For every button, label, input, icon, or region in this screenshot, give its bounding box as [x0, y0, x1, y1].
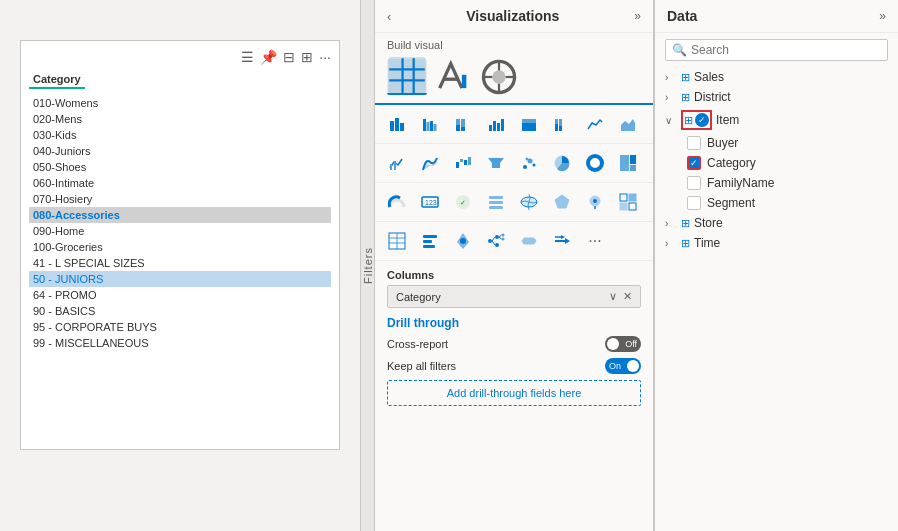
keep-filters-toggle[interactable]: On	[605, 358, 641, 374]
svg-rect-51	[630, 165, 636, 171]
columns-label: Columns	[375, 261, 653, 285]
viz-100-column[interactable]	[548, 111, 576, 137]
svg-point-62	[593, 199, 597, 203]
viz-smart-narrative[interactable]	[515, 228, 543, 254]
svg-line-81	[492, 237, 495, 241]
tree-child-buyer[interactable]: Buyer	[655, 133, 898, 153]
search-icon: 🔍	[672, 43, 687, 57]
search-input[interactable]	[691, 43, 881, 57]
svg-rect-14	[395, 118, 399, 131]
viz-line-clustered[interactable]	[383, 150, 411, 176]
tree-item-sales[interactable]: › ⊞ Sales	[655, 67, 898, 87]
table-icon: ⊞	[681, 71, 690, 84]
viz-panel-collapse[interactable]: ‹	[387, 9, 391, 24]
category-item[interactable]: 99 - MISCELLANEOUS	[29, 335, 331, 351]
viz-kpi[interactable]: ✓	[449, 189, 477, 215]
filter-icon[interactable]: ⊟	[283, 49, 295, 65]
columns-remove[interactable]: ✕	[623, 290, 632, 303]
svg-point-45	[526, 158, 529, 161]
viz-panel-chevron[interactable]: »	[634, 9, 641, 23]
tree-item-time[interactable]: › ⊞ Time	[655, 233, 898, 253]
viz-bar-chart[interactable]	[416, 228, 444, 254]
category-item[interactable]: 080-Accessories	[29, 207, 331, 223]
category-item[interactable]: 010-Womens	[29, 95, 331, 111]
svg-rect-39	[464, 160, 467, 165]
viz-100-bar[interactable]	[449, 111, 477, 137]
viz-ribbon[interactable]	[416, 150, 444, 176]
svg-point-78	[495, 243, 499, 247]
viz-clustered-bar[interactable]	[416, 111, 444, 137]
svg-rect-19	[434, 124, 437, 131]
svg-rect-64	[620, 194, 627, 201]
tree-item-store[interactable]: › ⊞ Store	[655, 213, 898, 233]
viz-waterfall[interactable]	[449, 150, 477, 176]
add-drill-btn[interactable]: Add drill-through fields here	[387, 380, 641, 406]
viz-scatter[interactable]	[515, 150, 543, 176]
category-item[interactable]: 060-Intimate	[29, 175, 331, 191]
viz-column[interactable]	[482, 111, 510, 137]
viz-card[interactable]: 123	[416, 189, 444, 215]
data-panel-header: Data »	[655, 0, 898, 33]
svg-rect-16	[423, 119, 426, 131]
cross-report-toggle[interactable]: Off	[605, 336, 641, 352]
viz-decomp-tree[interactable]	[482, 228, 510, 254]
tree-child-segment[interactable]: Segment	[655, 193, 898, 213]
viz-icon-table[interactable]	[387, 59, 427, 95]
category-item[interactable]: 100-Groceries	[29, 239, 331, 255]
category-item[interactable]: 070-Hosiery	[29, 191, 331, 207]
keep-filters-knob	[627, 360, 639, 372]
tree-child-category[interactable]: ✓ Category	[655, 153, 898, 173]
tree-item-district[interactable]: › ⊞ District	[655, 87, 898, 107]
keep-filters-row: Keep all filters On	[387, 358, 641, 374]
viz-stacked-bar[interactable]	[383, 111, 411, 137]
category-item[interactable]: 41 - L SPECIAL SIZES	[29, 255, 331, 271]
viz-map[interactable]	[515, 189, 543, 215]
cross-report-row: Cross-report Off	[387, 336, 641, 352]
category-item[interactable]: 95 - CORPORATE BUYS	[29, 319, 331, 335]
category-item[interactable]: 64 - PROMO	[29, 287, 331, 303]
data-panel-chevron[interactable]: »	[879, 9, 886, 23]
category-item[interactable]: 020-Mens	[29, 111, 331, 127]
category-item[interactable]: 90 - BASICS	[29, 303, 331, 319]
svg-rect-56	[489, 196, 503, 199]
category-list: 010-Womens020-Mens030-Kids040-Juniors050…	[29, 95, 331, 351]
category-item[interactable]: 50 - JUNIORS	[29, 271, 331, 287]
search-box: 🔍	[665, 39, 888, 61]
expand-icon[interactable]: ⊞	[301, 49, 313, 65]
pin-icon[interactable]: 📌	[260, 49, 277, 65]
viz-azure-map[interactable]	[581, 189, 609, 215]
viz-funnel[interactable]	[482, 150, 510, 176]
viz-slicer[interactable]	[482, 189, 510, 215]
filters-sidebar[interactable]: Filters	[360, 0, 374, 531]
viz-line[interactable]	[581, 111, 609, 137]
viz-icon-format[interactable]	[433, 59, 473, 95]
viz-table[interactable]	[383, 228, 411, 254]
viz-icon-analytics[interactable]	[479, 59, 519, 95]
columns-pill[interactable]: Category ∨ ✕	[387, 285, 641, 308]
viz-map-pin[interactable]	[449, 228, 477, 254]
category-item[interactable]: 040-Juniors	[29, 143, 331, 159]
more-icon[interactable]: ···	[319, 49, 331, 65]
viz-matrix[interactable]	[614, 189, 642, 215]
checkbox-familyname[interactable]	[687, 176, 701, 190]
checkbox-category[interactable]: ✓	[687, 156, 701, 170]
viz-treemap[interactable]	[614, 150, 642, 176]
tree-item-item[interactable]: ∨ ⊞ ✓ Item	[655, 107, 898, 133]
category-item[interactable]: 030-Kids	[29, 127, 331, 143]
viz-gauge[interactable]	[383, 189, 411, 215]
viz-stacked-column[interactable]	[515, 111, 543, 137]
category-item[interactable]: 090-Home	[29, 223, 331, 239]
child-label: Buyer	[707, 136, 738, 150]
viz-area[interactable]	[614, 111, 642, 137]
viz-arrows[interactable]	[548, 228, 576, 254]
viz-donut[interactable]	[581, 150, 609, 176]
focus-icon[interactable]: ☰	[241, 49, 254, 65]
columns-chevron[interactable]: ∨	[609, 290, 617, 303]
category-item[interactable]: 050-Shoes	[29, 159, 331, 175]
checkbox-buyer[interactable]	[687, 136, 701, 150]
viz-pie[interactable]	[548, 150, 576, 176]
viz-shape-map[interactable]	[548, 189, 576, 215]
viz-more[interactable]: ···	[581, 228, 609, 254]
tree-child-familyname[interactable]: FamilyName	[655, 173, 898, 193]
checkbox-segment[interactable]	[687, 196, 701, 210]
